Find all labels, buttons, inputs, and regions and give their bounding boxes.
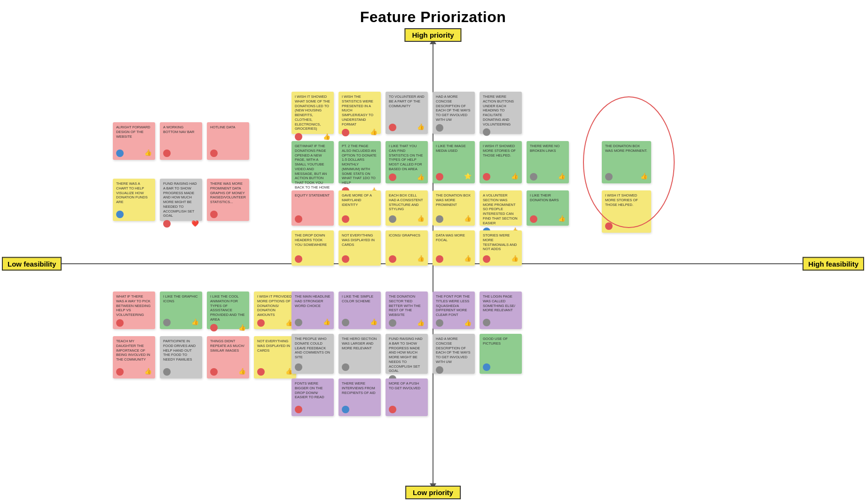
thumbs-up-icon: 👍 — [417, 255, 425, 263]
sticky-card-fr2: I wish it showed more stories of those h… — [602, 190, 651, 233]
avatar-bl7 — [210, 368, 218, 376]
thumbs-up-icon: 👍 — [464, 255, 472, 263]
avatar-bl3 — [210, 324, 218, 331]
card-text-tr14: Each box cell had a consistent structure… — [389, 193, 425, 213]
card-footer-tr12 — [295, 215, 331, 223]
card-text-br6: THE PEOPLE WHO DONATE COULD LEAVE FEEDBA… — [295, 337, 331, 362]
sticky-card-bl6: PARTICIPATE IN FOOD DRIVES AND HELP HAND… — [160, 336, 202, 378]
card-text-tr13: Gave more of a maryland identity — [342, 193, 378, 213]
card-text-tr20: Icons/ graphics — [389, 233, 425, 253]
sticky-card-br11: fonts were bigger on the drop down/ easi… — [291, 378, 334, 416]
card-text-br2: I like the simple color scheme — [342, 294, 378, 316]
avatar-bl6 — [163, 368, 171, 376]
card-footer-tl2 — [163, 150, 199, 157]
sticky-card-tr16: A volunteer section was more prominent s… — [480, 190, 522, 226]
card-text-tr12: EQUITY STATEMENT — [295, 193, 331, 213]
high-priority-label: High priority — [404, 28, 461, 42]
avatar-bl8 — [257, 368, 265, 376]
avatar-tr14 — [389, 215, 396, 223]
avatar-br3 — [389, 319, 396, 327]
sticky-card-bl4: I wish it provided more options of donat… — [254, 291, 296, 329]
heart-icon: ❤️ — [191, 220, 199, 228]
card-text-br12: there were interviews from recipients of… — [342, 381, 378, 404]
card-text-tl4: There was a chart to help visualize how … — [116, 181, 152, 209]
avatar-bl1 — [116, 319, 124, 327]
card-footer-tr9: ⭐ — [436, 173, 472, 181]
sticky-card-tr6: get/what if the donations page opened a … — [291, 141, 334, 183]
card-text-tr6: get/what if the donations page opened a … — [295, 144, 331, 194]
card-text-br13: more of a push to get involved — [389, 381, 425, 404]
avatar-tr10 — [483, 173, 490, 181]
avatar-tl1 — [116, 150, 124, 157]
star-icon: ⭐ — [464, 173, 472, 181]
avatar-fr2 — [605, 222, 613, 230]
thumbs-up-icon: 👍 — [417, 173, 425, 181]
card-footer-tr1: 👍 — [295, 133, 331, 141]
card-footer-br5 — [483, 319, 519, 326]
avatar-tr5 — [483, 128, 490, 136]
sticky-card-tr2: I wish the statistics were presented in … — [339, 92, 381, 134]
card-footer-bl8: 👍 — [257, 368, 293, 376]
sticky-card-br10: Good use of pictures — [480, 334, 522, 374]
card-text-tr21: data was more focal — [436, 233, 472, 253]
card-footer-br13 — [389, 406, 425, 413]
card-footer-tr15: 👍 — [436, 215, 472, 223]
sticky-card-tl6: There was more prominent data graphs of … — [207, 179, 249, 221]
card-text-tr19: not everything was displayed in cards — [342, 233, 378, 253]
avatar-tr20 — [389, 255, 396, 263]
avatar-tr2 — [342, 129, 349, 136]
card-footer-tl1: 👍 — [116, 149, 152, 157]
avatar-br7 — [342, 363, 349, 371]
sticky-card-tl3: hotline data — [207, 122, 249, 160]
sticky-card-tr7: PT. 2 The page also included an option t… — [339, 141, 381, 183]
card-text-bl3: I like the cool animation for types of a… — [210, 294, 246, 322]
card-footer-tr20: 👍 — [389, 255, 425, 263]
card-footer-bl4: 👍 — [257, 319, 293, 327]
sticky-card-tr3: TO VOLUNTEER AND BE A PART OF THE COMMUN… — [386, 92, 428, 134]
avatar-br2 — [342, 319, 349, 326]
card-footer-tr4 — [436, 124, 472, 132]
card-text-tr5: THERE WERE ACTION BUTTONS UNDER EACH HEA… — [483, 94, 519, 126]
card-text-br10: Good use of pictures — [483, 337, 519, 362]
card-footer-tr22: 👍 — [483, 255, 519, 263]
card-text-tr15: The donation box was more prominent — [436, 193, 472, 213]
card-text-tr8: I like that you can find statistics on t… — [389, 144, 425, 172]
thumbs-up-icon: 👍 — [144, 149, 152, 157]
sticky-card-bl8: not everything was displayed in cards👍 — [254, 336, 296, 378]
sticky-card-tr8: I like that you can find statistics on t… — [386, 141, 428, 183]
avatar-br6 — [295, 363, 302, 371]
card-footer-bl6 — [163, 368, 199, 376]
card-text-fr1: The donation box was more prominent. — [605, 144, 648, 171]
chart-container: High priority Low priority Low feasibili… — [0, 24, 866, 504]
card-text-bl2: I like the graphic icons — [163, 294, 199, 316]
avatar-br10 — [483, 363, 490, 371]
sticky-card-br6: THE PEOPLE WHO DONATE COULD LEAVE FEEDBA… — [291, 334, 334, 374]
sticky-card-tl4: There was a chart to help visualize how … — [113, 179, 155, 221]
card-footer-fr1: 👍 — [605, 173, 648, 181]
sticky-card-tr20: Icons/ graphics👍 — [386, 230, 428, 266]
avatar-tl6 — [210, 211, 218, 218]
card-footer-bl3: 👍 — [210, 324, 246, 332]
card-footer-br1: 👍 — [295, 318, 331, 326]
card-footer-tr10: 👍 — [483, 173, 519, 181]
sticky-card-tr12: EQUITY STATEMENT — [291, 190, 334, 226]
sticky-card-tr21: data was more focal👍 — [433, 230, 475, 266]
sticky-card-tl1: alright forward design of the website👍 — [113, 122, 155, 160]
sticky-card-br9: HAD A MORE CONCISE DESCRIPTION OF EACH O… — [433, 334, 475, 374]
avatar-tr13 — [342, 215, 349, 223]
sticky-card-br5: The login page was called something else… — [480, 291, 522, 329]
sticky-card-tr19: not everything was displayed in cards — [339, 230, 381, 266]
thumbs-up-icon: 👍 — [370, 128, 378, 136]
card-footer-br11 — [295, 406, 331, 413]
avatar-br12 — [342, 406, 349, 413]
thumbs-up-icon: 👍 — [238, 324, 246, 332]
card-text-br9: HAD A MORE CONCISE DESCRIPTION OF EACH O… — [436, 337, 472, 364]
avatar-tl4 — [116, 211, 124, 218]
sticky-card-br3: The donation sector tied better with the… — [386, 291, 428, 329]
sticky-card-bl5: TEACH MY DAUGHTER THE IMPORTANCE OF BEIN… — [113, 336, 155, 378]
card-text-br3: The donation sector tied better with the… — [389, 294, 425, 317]
avatar-bl5 — [116, 368, 124, 376]
sticky-card-bl7: things didnt repeate as much/ similar im… — [207, 336, 249, 378]
card-footer-br10 — [483, 363, 519, 371]
sticky-card-br7: THE HERO SECTION WAS LARGER AND MORE REL… — [339, 334, 381, 374]
